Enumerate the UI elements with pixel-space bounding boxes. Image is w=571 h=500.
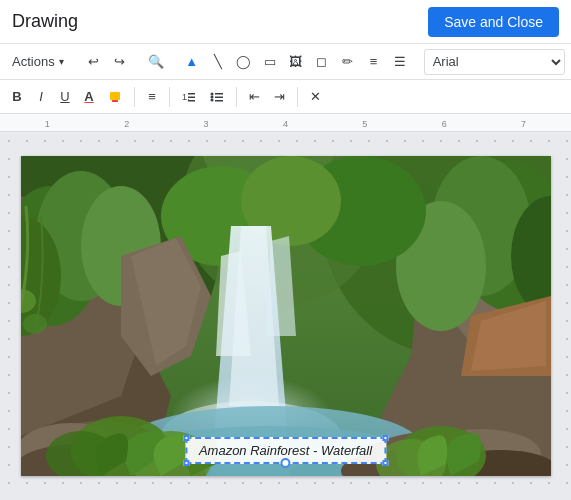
ellipse-tool-button[interactable]: ◯: [232, 48, 256, 76]
ruler: 1 2 3 4 5 6 7: [0, 114, 571, 132]
actions-menu-button[interactable]: Actions ▾: [6, 48, 70, 76]
caption-box[interactable]: Amazon Rainforest - Waterfall: [185, 437, 386, 464]
pen-tool-button[interactable]: ✏: [336, 48, 360, 76]
svg-point-48: [23, 314, 47, 334]
waterfall-scene: [21, 156, 551, 476]
ruler-mark-5: 5: [362, 119, 367, 129]
rect-tool-button[interactable]: ▭: [258, 48, 282, 76]
svg-point-7: [211, 95, 214, 98]
ruler-mark-2: 2: [124, 119, 129, 129]
outdent-button[interactable]: ⇤: [243, 84, 266, 110]
ruler-inner: 1 2 3 4 5 6 7: [2, 114, 569, 131]
separator: [169, 87, 170, 107]
svg-rect-4: [188, 96, 195, 98]
undo-button[interactable]: ↩: [82, 48, 106, 76]
resize-handle-tr[interactable]: [382, 435, 388, 441]
ruler-mark-3: 3: [204, 119, 209, 129]
separator: [236, 87, 237, 107]
caption-text: Amazon Rainforest - Waterfall: [199, 443, 372, 458]
ruler-mark-7: 7: [521, 119, 526, 129]
list-button[interactable]: ☰: [388, 48, 412, 76]
toolbar-text-format: B I U A ≡ 1. ⇤ ⇥ ✕: [0, 80, 571, 114]
font-size-decrease-button[interactable]: −: [567, 48, 571, 76]
zoom-button[interactable]: 🔍: [144, 48, 168, 76]
text-align-button[interactable]: ≡: [141, 84, 163, 110]
ruler-mark-1: 1: [45, 119, 50, 129]
save-and-close-button[interactable]: Save and Close: [428, 7, 559, 37]
align-button[interactable]: ≡: [362, 48, 386, 76]
highlight-button[interactable]: [102, 84, 128, 110]
bold-button[interactable]: B: [6, 84, 28, 110]
chevron-down-icon: ▾: [59, 56, 64, 67]
italic-button[interactable]: I: [30, 84, 52, 110]
canvas-area[interactable]: Amazon Rainforest - Waterfall: [0, 132, 571, 500]
separator: [134, 87, 135, 107]
ordered-list-icon: 1.: [182, 90, 196, 104]
clear-format-button[interactable]: ✕: [304, 84, 327, 110]
drawing-canvas[interactable]: Amazon Rainforest - Waterfall: [21, 156, 551, 476]
header: Drawing Save and Close: [0, 0, 571, 44]
font-family-select[interactable]: Arial Times New Roman Courier New: [424, 49, 565, 75]
indent-button[interactable]: ⇥: [268, 84, 291, 110]
unordered-list-button[interactable]: [204, 84, 230, 110]
separator: [297, 87, 298, 107]
resize-handle-bottom[interactable]: [280, 458, 290, 468]
svg-point-8: [211, 98, 214, 101]
highlight-icon: [108, 90, 122, 104]
unordered-list-icon: [210, 90, 224, 104]
svg-rect-0: [110, 92, 120, 100]
ordered-list-button[interactable]: 1.: [176, 84, 202, 110]
svg-rect-9: [215, 93, 223, 95]
toolbar-main: Actions ▾ ↩ ↪ 🔍 ▲ ╲ ◯ ▭ 🖼 ◻ ✏ ≡ ☰ Arial …: [0, 44, 571, 80]
svg-rect-11: [215, 100, 223, 102]
resize-handle-bl[interactable]: [183, 460, 189, 466]
underline-button[interactable]: U: [54, 84, 76, 110]
font-color-button[interactable]: A: [78, 84, 100, 110]
select-tool-button[interactable]: ▲: [180, 48, 204, 76]
line-tool-button[interactable]: ╲: [206, 48, 230, 76]
svg-point-6: [211, 92, 214, 95]
svg-rect-10: [215, 96, 223, 98]
svg-rect-5: [188, 100, 195, 102]
image-tool-button[interactable]: 🖼: [284, 48, 308, 76]
eraser-tool-button[interactable]: ◻: [310, 48, 334, 76]
ruler-mark-4: 4: [283, 119, 288, 129]
ruler-mark-6: 6: [442, 119, 447, 129]
resize-handle-tl[interactable]: [183, 435, 189, 441]
resize-handle-br[interactable]: [382, 460, 388, 466]
svg-rect-1: [112, 100, 118, 102]
page-title: Drawing: [12, 11, 78, 32]
redo-button[interactable]: ↪: [108, 48, 132, 76]
svg-rect-3: [188, 93, 195, 95]
